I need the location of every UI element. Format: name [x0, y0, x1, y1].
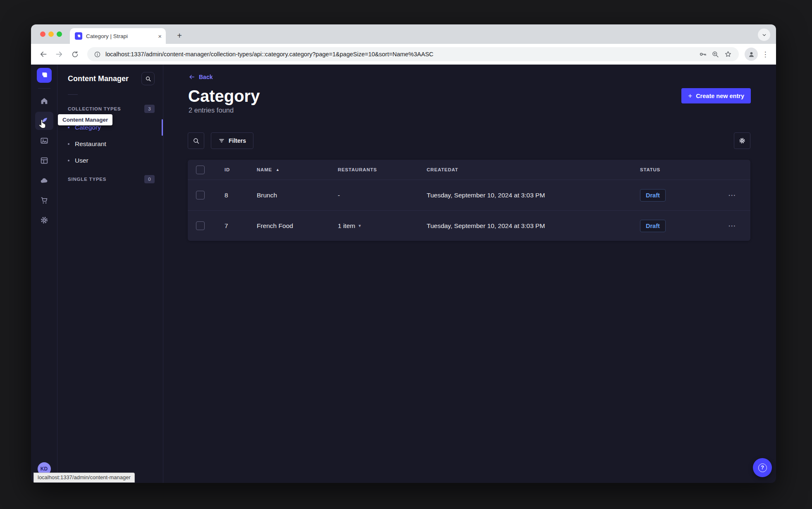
- filters-label: Filters: [229, 137, 246, 144]
- rail-divider: [38, 88, 50, 89]
- collection-types-list: Category Restaurant User: [57, 119, 163, 169]
- bullet-icon: [68, 143, 69, 145]
- collection-types-count-badge: 3: [144, 105, 155, 113]
- rail-home-icon[interactable]: [35, 92, 53, 110]
- question-mark-icon: ?: [758, 463, 767, 472]
- rail-cloud-icon[interactable]: [35, 171, 53, 190]
- rail-content-type-builder-icon[interactable]: [35, 151, 53, 170]
- filters-row: Filters: [188, 132, 750, 149]
- browser-menu-icon[interactable]: ⋮: [760, 48, 770, 61]
- sidebar-item-user[interactable]: User: [57, 152, 163, 169]
- view-settings-gear-button[interactable]: [734, 132, 750, 149]
- password-key-icon[interactable]: [699, 50, 707, 58]
- sidebar-item-restaurant[interactable]: Restaurant: [57, 136, 163, 152]
- table-header-row: ID NAME ▲ RESTAURANTS CREATEDAT STATUS: [188, 160, 750, 180]
- entries-count: 2 entries found: [189, 106, 234, 114]
- header-status[interactable]: STATUS: [640, 167, 660, 172]
- rail-settings-gear-icon[interactable]: [35, 211, 53, 229]
- reload-button[interactable]: [68, 48, 81, 61]
- browser-window: Category | Strapi × + local: [31, 24, 776, 483]
- header-id[interactable]: ID: [224, 167, 230, 172]
- row-actions-menu-icon[interactable]: ⋯: [728, 221, 736, 230]
- cell-createdat: Tuesday, September 10, 2024 at 3:03 PM: [427, 222, 545, 230]
- header-name[interactable]: NAME: [257, 167, 272, 172]
- new-tab-button[interactable]: +: [173, 29, 186, 42]
- back-button[interactable]: [37, 48, 50, 61]
- row-checkbox[interactable]: [196, 221, 205, 230]
- rail-media-library-icon[interactable]: [35, 132, 53, 150]
- tab-title: Category | Strapi: [86, 33, 154, 39]
- single-types-section: SINGLE TYPES 0: [57, 174, 163, 185]
- sidebar-search-button[interactable]: [141, 72, 155, 85]
- help-button[interactable]: ?: [753, 458, 772, 477]
- strapi-app: KD Content Manager COLLECTION TYPES 3: [31, 65, 776, 483]
- select-all-checkbox[interactable]: [196, 166, 205, 174]
- cell-name: French Food: [257, 222, 293, 230]
- site-info-icon[interactable]: [94, 51, 101, 58]
- entries-table: ID NAME ▲ RESTAURANTS CREATEDAT STATUS 8: [188, 160, 750, 241]
- back-label: Back: [199, 74, 213, 80]
- back-link[interactable]: Back: [189, 74, 213, 80]
- tab-strip: Category | Strapi × +: [31, 24, 776, 44]
- zoom-window-button[interactable]: [57, 31, 62, 37]
- cell-createdat: Tuesday, September 10, 2024 at 3:03 PM: [427, 192, 545, 199]
- create-new-entry-button[interactable]: + Create new entry: [681, 88, 751, 103]
- sort-ascending-icon[interactable]: ▲: [276, 168, 279, 172]
- tab-search-chevron-icon[interactable]: [758, 29, 770, 41]
- browser-profile-icon[interactable]: [745, 48, 758, 61]
- sidebar-title: Content Manager: [68, 74, 129, 83]
- address-bar[interactable]: localhost:1337/admin/content-manager/col…: [87, 47, 739, 61]
- status-badge: Draft: [640, 220, 666, 232]
- create-new-entry-label: Create new entry: [696, 93, 744, 99]
- table-row[interactable]: 7 French Food 1 item ▾ Tuesday, Septembe…: [188, 210, 750, 241]
- content-manager-tooltip: Content Manager: [58, 114, 112, 125]
- bullet-icon: [68, 160, 69, 161]
- forward-button[interactable]: [53, 48, 66, 61]
- active-item-indicator: [162, 119, 163, 136]
- bookmark-star-icon[interactable]: [724, 50, 732, 58]
- browser-toolbar: localhost:1337/admin/content-manager/col…: [31, 44, 776, 65]
- collection-types-section: COLLECTION TYPES 3: [57, 103, 163, 114]
- cell-restaurants: -: [338, 192, 340, 199]
- status-badge: Draft: [640, 189, 666, 202]
- rail-marketplace-icon[interactable]: [35, 191, 53, 209]
- cell-name: Brunch: [257, 192, 277, 199]
- sidebar-divider: [68, 94, 78, 95]
- sidebar-item-label: User: [75, 157, 88, 164]
- cell-id: 7: [224, 222, 228, 230]
- sidebar-item-label: Restaurant: [75, 140, 106, 148]
- zoom-page-icon[interactable]: [712, 50, 719, 58]
- row-checkbox[interactable]: [196, 191, 205, 199]
- traffic-lights: [40, 31, 62, 37]
- back-arrow-icon: [189, 74, 195, 80]
- cell-restaurants[interactable]: 1 item: [338, 222, 355, 230]
- browser-tab[interactable]: Category | Strapi ×: [70, 28, 166, 44]
- url-text[interactable]: localhost:1337/admin/content-manager/col…: [105, 51, 694, 58]
- content-manager-sidebar: Content Manager COLLECTION TYPES 3 Categ…: [57, 65, 163, 483]
- table-search-button[interactable]: [188, 132, 204, 149]
- filters-button[interactable]: Filters: [211, 132, 253, 149]
- header-restaurants[interactable]: RESTAURANTS: [338, 167, 377, 172]
- close-window-button[interactable]: [40, 31, 45, 37]
- cell-id: 8: [224, 192, 228, 199]
- chevron-down-icon[interactable]: ▾: [358, 223, 361, 228]
- single-types-label: SINGLE TYPES: [68, 177, 106, 182]
- tab-close-icon[interactable]: ×: [158, 33, 162, 39]
- link-preview-status-bar: localhost:1337/admin/content-manager: [33, 473, 135, 483]
- collection-types-label: COLLECTION TYPES: [68, 106, 121, 111]
- minimize-window-button[interactable]: [48, 31, 54, 37]
- desktop: Category | Strapi × + local: [0, 0, 812, 509]
- row-actions-menu-icon[interactable]: ⋯: [728, 190, 736, 200]
- plus-icon: +: [688, 92, 692, 99]
- single-types-count-badge: 0: [144, 175, 155, 183]
- header-createdat[interactable]: CREATEDAT: [427, 167, 458, 172]
- main-content: Back Category 2 entries found + Create n…: [163, 65, 776, 483]
- table-row[interactable]: 8 Brunch - Tuesday, September 10, 2024 a…: [188, 180, 750, 210]
- strapi-logo[interactable]: [37, 68, 52, 83]
- filter-icon: [218, 137, 225, 144]
- page-title: Category: [188, 86, 260, 106]
- bullet-icon: [68, 127, 69, 128]
- strapi-favicon-icon: [75, 32, 82, 40]
- mouse-cursor-icon: [38, 120, 46, 128]
